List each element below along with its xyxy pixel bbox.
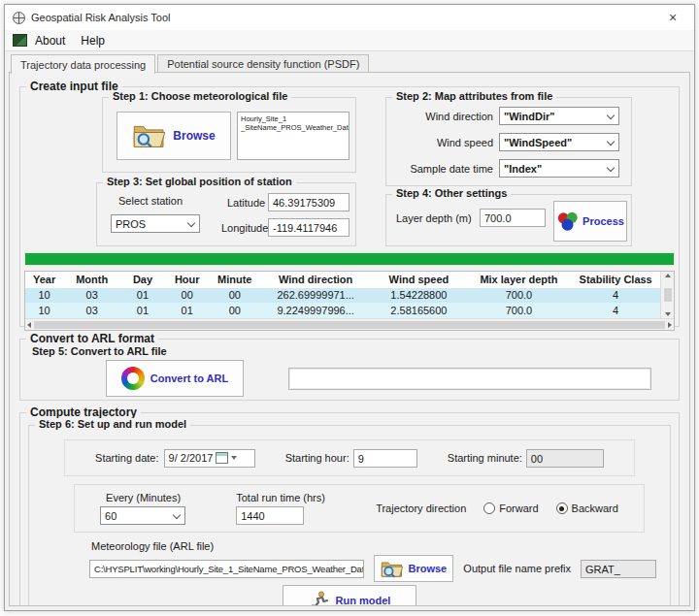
window-title: Geospatial Risk Analysis Tool: [31, 12, 170, 23]
wind-direction-select[interactable]: "WindDir": [499, 107, 619, 125]
browse-arl-button[interactable]: Browse: [374, 555, 453, 582]
tab-trajectory-data-processing[interactable]: Trajectory data processing: [11, 54, 155, 74]
col-stability-class[interactable]: Stability Class: [571, 274, 660, 285]
met-arl-file-field[interactable]: C:\HYSPLIT\working\Hourly_Site_1_SiteNam…: [89, 560, 364, 578]
convert-to-arl-label: Convert to ARL: [150, 373, 228, 384]
tab-panel: Create input file Step 1: Choose meteoro…: [9, 72, 690, 606]
tab-strip: Trajectory data processing Potential sou…: [5, 51, 694, 73]
cell: 700.0: [466, 289, 571, 301]
step3-title: Step 3: Set global position of station: [103, 176, 296, 187]
starting-hour-label: Starting hour:: [285, 452, 350, 464]
table-vertical-scrollbar[interactable]: [660, 272, 674, 318]
cell: 2.58165600: [371, 305, 466, 316]
wind-speed-select[interactable]: "WindSpeed": [499, 133, 619, 151]
cell: 10: [25, 289, 63, 301]
table-horizontal-scrollbar[interactable]: [25, 318, 674, 330]
forward-label: Forward: [499, 503, 538, 514]
longitude-field[interactable]: -119.4117946: [268, 218, 350, 237]
run-row: Run model: [29, 585, 670, 606]
menu-about[interactable]: About: [33, 32, 75, 49]
color-ring-icon: [121, 367, 145, 390]
layer-depth-field[interactable]: 700.0: [480, 209, 546, 227]
col-hour[interactable]: Hour: [165, 274, 210, 285]
radio-icon: [483, 503, 495, 514]
run-model-button[interactable]: Run model: [283, 585, 416, 606]
cell: 1.54228800: [371, 289, 466, 301]
runner-icon: [309, 590, 330, 606]
folder-search-icon: [381, 560, 404, 578]
col-wind-speed[interactable]: Wind speed: [371, 274, 466, 285]
step2-title: Step 2: Map attributes from file: [392, 90, 556, 102]
app-icon: [13, 12, 25, 24]
process-spheres-icon: [556, 211, 580, 232]
cell: 01: [120, 289, 165, 301]
starting-minute-field[interactable]: 00: [526, 449, 604, 468]
forward-radio[interactable]: Forward: [483, 503, 538, 514]
starting-hour-field[interactable]: 9: [353, 449, 417, 468]
table-row[interactable]: 10 03 01 01 00 9.2249997996... 2.5816560…: [25, 303, 660, 318]
col-minute[interactable]: Minute: [210, 274, 260, 285]
cell: 00: [165, 289, 210, 301]
met-file-name-line1: Hourly_Site_1: [241, 114, 346, 123]
sample-date-time-select[interactable]: "Index": [499, 159, 619, 178]
browse-met-file-button[interactable]: Browse: [116, 112, 231, 160]
backward-label: Backward: [572, 503, 618, 514]
process-button[interactable]: Process: [553, 201, 627, 242]
longitude-label: Longitude: [221, 222, 268, 234]
convert-to-arl-group: Convert to ARL format Step 5: Convert to…: [19, 339, 680, 401]
scroll-left-icon[interactable]: [27, 322, 31, 328]
total-run-time-field[interactable]: 1440: [236, 506, 304, 525]
col-day[interactable]: Day: [120, 274, 165, 285]
browse-arl-label: Browse: [408, 563, 447, 574]
col-mix-layer-depth[interactable]: Mix layer depth: [466, 274, 571, 285]
step1-group: Step 1: Choose meteorological file Brows…: [102, 97, 356, 173]
scroll-thumb[interactable]: [664, 288, 672, 302]
output-prefix-field[interactable]: GRAT_: [581, 560, 656, 578]
compute-trajectory-group: Compute trajectory Step 6: Set up and ru…: [19, 412, 680, 606]
total-run-time-label: Total run time (hrs): [236, 492, 325, 503]
cell: 4: [571, 289, 660, 301]
col-wind-direction[interactable]: Wind direction: [260, 274, 371, 285]
scroll-down-icon[interactable]: [665, 312, 671, 316]
sample-date-time-value: "Index": [504, 163, 542, 175]
scroll-up-icon[interactable]: [665, 274, 671, 277]
chevron-down-icon: [607, 138, 615, 146]
cell: 00: [210, 305, 260, 316]
every-minutes-select[interactable]: 60: [100, 506, 185, 525]
cell: 00: [210, 289, 260, 301]
cell: 03: [63, 289, 120, 301]
convert-group-title: Convert to ARL format: [26, 332, 158, 345]
menu-help[interactable]: Help: [79, 32, 115, 49]
tab-psdf[interactable]: Potential source density function (PSDF): [157, 54, 369, 73]
starting-date-value: 9/ 2/2017: [169, 451, 214, 465]
col-month[interactable]: Month: [63, 274, 120, 285]
cell: 262.69999971...: [260, 289, 371, 301]
latitude-field[interactable]: 46.39175309: [268, 193, 350, 211]
close-button[interactable]: ×: [659, 10, 686, 25]
starting-date-picker[interactable]: 9/ 2/2017: [164, 449, 255, 468]
station-select[interactable]: PROS: [111, 214, 200, 233]
cell: 4: [571, 305, 660, 316]
wind-speed-label: Wind speed: [419, 137, 493, 148]
trajectory-direction-label: Trajectory direction: [376, 503, 466, 514]
table-row[interactable]: 10 03 01 00 00 262.69999971... 1.5422880…: [25, 288, 660, 304]
menu-bar: About Help: [5, 30, 694, 51]
chevron-down-icon: [187, 219, 195, 227]
folder-search-icon: [132, 122, 167, 149]
step6-title: Step 6: Set up and run model: [35, 418, 190, 430]
chevron-down-icon: [607, 164, 615, 172]
scroll-right-icon[interactable]: [668, 322, 672, 328]
backward-radio[interactable]: Backward: [556, 503, 618, 514]
cell: 03: [63, 305, 120, 316]
wind-direction-label: Wind direction: [419, 111, 493, 122]
chevron-down-icon: [173, 511, 181, 519]
latitude-label: Latitude: [227, 197, 265, 209]
scroll-thumb[interactable]: [34, 321, 665, 329]
cell: 01: [120, 305, 165, 316]
create-input-file-group: Create input file Step 1: Choose meteoro…: [19, 86, 680, 327]
convert-to-arl-button[interactable]: Convert to ARL: [106, 360, 244, 397]
title-bar: Geospatial Risk Analysis Tool ×: [5, 5, 694, 30]
col-year[interactable]: Year: [25, 274, 63, 285]
start-time-row: Starting date: 9/ 2/2017 Starting hour: …: [64, 439, 635, 476]
met-file-name-box[interactable]: Hourly_Site_1 _SiteName_PROS_Weather_Dat…: [237, 112, 350, 160]
